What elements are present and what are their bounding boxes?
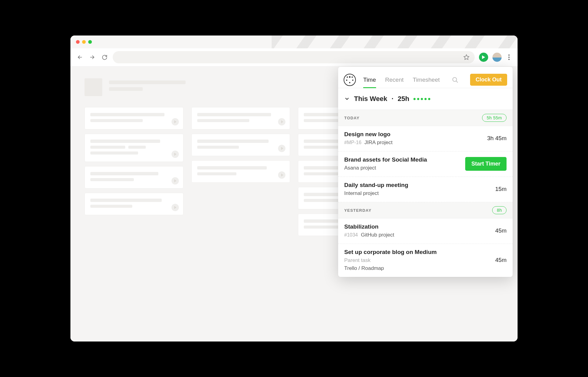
entry-title: Stabilization — [344, 223, 394, 230]
card-skeleton[interactable] — [191, 107, 290, 129]
entry-project: JIRA project — [364, 140, 393, 146]
search-icon[interactable] — [452, 77, 458, 83]
skeleton-lines — [109, 80, 186, 94]
chevron-down-icon — [344, 96, 350, 102]
time-entry[interactable]: Design new logo #MP-16 JIRA project 3h 4… — [338, 126, 513, 151]
play-icon[interactable] — [278, 118, 285, 125]
browser-window: Time Recent Timesheet Clock Out This Wee… — [70, 35, 518, 342]
summary-period: This Week — [354, 95, 387, 103]
profile-avatar[interactable] — [492, 53, 502, 62]
tab-recent[interactable]: Recent — [385, 72, 404, 88]
card-skeleton[interactable] — [191, 160, 290, 183]
clock-out-button[interactable]: Clock Out — [470, 74, 507, 86]
entry-tag: #MP-16 — [344, 140, 361, 145]
summary-hours: 25h — [398, 95, 409, 103]
entry-title: Design new logo — [344, 131, 393, 138]
board-column — [85, 107, 183, 236]
entry-time: 45m — [495, 249, 507, 271]
entry-title: Brand assets for Social Media — [344, 156, 427, 163]
entry-parent: Parent task — [344, 257, 437, 263]
card-skeleton[interactable] — [85, 193, 183, 215]
minimize-window-button[interactable] — [82, 40, 86, 44]
tab-time[interactable]: Time — [363, 72, 376, 88]
section-total-pill: 8h — [492, 206, 507, 214]
entry-project: Internal project — [344, 190, 379, 196]
back-button[interactable] — [76, 53, 84, 61]
forward-button[interactable] — [88, 53, 96, 61]
maximize-window-button[interactable] — [88, 40, 92, 44]
entry-subtitle: #MP-16 JIRA project — [344, 140, 393, 146]
entry-time: 3h 45m — [487, 131, 507, 146]
entry-subtitle: #1034 GitHub project — [344, 232, 394, 238]
section-label: TODAY — [344, 116, 360, 120]
bookmark-star-icon[interactable] — [462, 53, 470, 61]
entry-subtitle: Trello / Roadmap — [344, 265, 437, 271]
card-skeleton[interactable] — [85, 134, 183, 162]
entry-tag: #1034 — [344, 232, 358, 238]
entry-subtitle: Asana project — [344, 165, 427, 171]
time-entry[interactable]: Set up corporate blog on Medium Parent t… — [338, 244, 513, 277]
timer-extension-button[interactable] — [479, 53, 488, 62]
play-icon[interactable] — [172, 204, 179, 211]
app-logo-icon — [344, 74, 356, 86]
entry-project: Trello / Roadmap — [344, 265, 384, 271]
time-entry[interactable]: Brand assets for Social Media Asana proj… — [338, 151, 513, 177]
entry-project: GitHub project — [361, 232, 394, 238]
play-icon[interactable] — [172, 118, 179, 125]
section-header-yesterday: YESTERDAY 8h — [338, 202, 513, 218]
timer-popover: Time Recent Timesheet Clock Out This Wee… — [338, 67, 513, 277]
section-header-today: TODAY 5h 55m — [338, 110, 513, 126]
titlebar-texture — [272, 35, 518, 48]
entry-subtitle: Internal project — [344, 190, 408, 196]
play-icon[interactable] — [278, 171, 285, 179]
tab-timesheet[interactable]: Timesheet — [413, 72, 440, 88]
window-titlebar — [70, 35, 518, 48]
board-column — [191, 107, 290, 236]
card-skeleton[interactable] — [85, 107, 183, 129]
card-skeleton[interactable] — [191, 134, 290, 156]
address-bar[interactable] — [113, 51, 475, 63]
browser-toolbar — [70, 48, 518, 66]
time-entry[interactable]: Daily stand-up meeting Internal project … — [338, 177, 513, 202]
start-timer-button[interactable]: Start Timer — [465, 157, 507, 171]
play-icon[interactable] — [172, 151, 179, 158]
section-label: YESTERDAY — [344, 208, 371, 213]
reload-button[interactable] — [100, 53, 108, 61]
entry-time: 45m — [495, 223, 507, 238]
card-skeleton[interactable] — [85, 166, 183, 188]
time-entry[interactable]: Stabilization #1034 GitHub project 45m — [338, 218, 513, 244]
section-total-pill: 5h 55m — [482, 114, 507, 122]
play-icon[interactable] — [172, 177, 179, 185]
skeleton-thumb — [85, 78, 102, 96]
summary-separator: · — [391, 95, 393, 103]
popover-tabs: Time Recent Timesheet — [363, 72, 440, 88]
svg-marker-0 — [464, 55, 469, 60]
entry-time: 15m — [495, 182, 507, 196]
entry-title: Daily stand-up meeting — [344, 182, 408, 188]
week-progress-dots — [413, 98, 430, 100]
entry-project: Asana project — [344, 165, 376, 171]
close-window-button[interactable] — [76, 40, 80, 44]
play-icon[interactable] — [278, 145, 285, 152]
browser-menu-button[interactable] — [506, 54, 512, 60]
week-summary-toggle[interactable]: This Week · 25h — [338, 88, 513, 110]
entry-title: Set up corporate blog on Medium — [344, 249, 437, 256]
popover-header: Time Recent Timesheet Clock Out — [338, 67, 513, 88]
